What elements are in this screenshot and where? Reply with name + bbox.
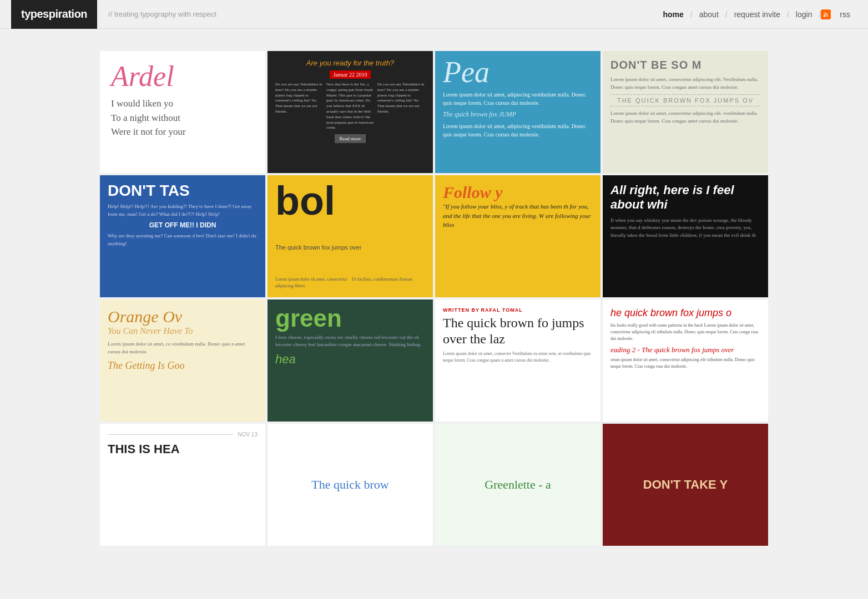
green-footer: hea [275,352,425,367]
nov-date: NOV 13 [238,432,258,438]
quickfox-title: he quick brown fox jumps o [610,307,760,319]
peace-title: Pea [443,59,593,86]
header: typespiration // treating typography wit… [0,0,868,29]
dontbeso-body: Lorem ipsum dolor sit amet, consectetur … [610,76,760,91]
orange-body: Lorem ipsum dolor sit amet, co vestibulu… [108,341,258,356]
peace-body: Lorem ipsum dolor sit amet, adipiscing v… [443,90,593,107]
mag-col3: Do you see any Teletubbies in here? Do y… [377,82,425,131]
mag-col2: Now that there is the Tec, a crappy spri… [326,82,374,131]
card-greenlette[interactable]: Greenlette - a [435,424,600,546]
quickfox-body: his looks really good with some patterns… [610,322,760,342]
greenlette-text: Greenlette - a [485,478,551,492]
allright-title: All right, here is I feel about whi [610,183,760,212]
nav-request-invite[interactable]: request invite [728,10,787,19]
nov-title: THIS IS HEA [108,442,258,456]
card-quickbrow[interactable]: The quick brow [268,424,433,546]
green-body: I love cheese, especially swiss roc smel… [275,334,425,349]
follow-title: Follow y [443,183,593,202]
nav-home[interactable]: home [657,10,690,19]
card-orange[interactable]: Orange Ov You Can Never Have To Lorem ip… [100,300,265,422]
dontbeso-body2: Lorem ipsum dolor sit amet, consectetur … [610,110,760,125]
card-peace[interactable]: Pea Lorem ipsum dolor sit amet, adipisci… [435,51,600,173]
bold-body: Lorem ipsum dolor sit amet, consectetur … [275,276,425,290]
nav: home / about / request invite / login / … [657,9,857,19]
nov-line-left [108,434,233,435]
bold-word: bol [275,183,425,219]
tagline: // treating typography with respect [108,10,656,18]
rafal-body: Lorem ipsum dolor sit amet, consectet Ve… [443,351,593,364]
nov-date-line: NOV 13 [108,432,258,438]
nav-rss[interactable]: rss [833,10,857,19]
ardelia-big-text: Ardel [111,62,174,91]
card-magazine[interactable]: Are you ready for the truth? Januar 22 2… [268,51,433,173]
card-follow[interactable]: Follow y "If you follow your bliss, y of… [435,175,600,297]
poem-line2: To a night without [111,111,186,125]
poem-line1: I would liken yo [111,97,186,111]
card-allright[interactable]: All right, here is I feel about whi If w… [603,175,768,297]
card-ardelia[interactable]: Ardel I would liken yo To a night withou… [100,51,265,173]
quickbrow-text: The quick brow [311,478,388,492]
bold-col2: Ut facilisis, condimentum Aenean [352,276,425,290]
follow-quote: "If you follow your bliss, y of track th… [443,202,593,230]
rafal-sub: written by RAFAL TOMAL [443,307,593,313]
donttakey-text: DON'T TAKE Y [643,478,728,492]
nav-login[interactable]: login [789,10,819,19]
orange-title: Orange Ov [108,307,258,326]
bold-col1: Lorem ipsum dolor sit amet, consectetur … [275,276,349,290]
card-bold[interactable]: bol The quick brown fox jumps over Lorem… [268,175,433,297]
orange-footer: The Getting Is Goo [108,360,258,372]
rafal-title: The quick brown fo jumps over the laz [443,315,593,347]
allright-body: If when you say whiskey you mean the dev… [610,217,760,240]
magazine-read-more[interactable]: Read more [335,134,365,143]
poem-line3: Were it not for your [111,125,186,139]
card-green[interactable]: green I love cheese, especially swiss ro… [268,300,433,422]
magazine-columns: Do you see any Teletubbies in here? Do y… [275,82,425,131]
card-donttaste[interactable]: DON'T TAS Help! Help!! Help!!! Are you k… [100,175,265,297]
rafal-author: RAFAL TOMAL [481,307,523,313]
rss-icon [821,9,831,19]
green-title: green [275,307,425,329]
donttaste-body2: Why are they arresting me? Can someone d… [108,232,258,247]
quickfox-heading2: eading 2 - The quick brown fox jumps ove… [610,346,760,354]
mag-col1: Do you see any Teletubbies in here? Do y… [275,82,323,131]
ardelia-poem: I would liken yo To a night without Were… [111,97,186,139]
peace-sub: The quick brown fox JUMP [443,110,593,119]
card-quickfox[interactable]: he quick brown fox jumps o his looks rea… [603,300,768,422]
donttaste-body: Help! Help!! Help!!! Are you kidding?! T… [108,203,258,218]
orange-subtitle: You Can Never Have To [108,326,258,336]
donttaste-title: DON'T TAS [108,183,258,199]
main-content: Ardel I would liken yo To a night withou… [0,29,868,568]
quickfox-body2: orum ipsum dolor sit amet, consectetur a… [610,357,760,370]
card-rafal[interactable]: written by RAFAL TOMAL The quick brown f… [435,300,600,422]
dontbeso-mid: THE QUICK BROWN FOX JUMPS OV [610,94,760,106]
card-nov[interactable]: NOV 13 THIS IS HEA [100,424,265,546]
rafal-written-by: written by [443,307,480,313]
logo-text: typespiration [21,8,87,21]
magazine-title: Are you ready for the truth? [275,59,425,67]
card-donttakey[interactable]: DON'T TAKE Y [603,424,768,546]
donttaste-cta: GET OFF ME!! I DIDN [108,221,258,229]
card-dontbeso[interactable]: DON'T BE SO M Lorem ipsum dolor sit amet… [603,51,768,173]
svg-point-0 [824,15,825,17]
card-grid: Ardel I would liken yo To a night withou… [100,51,768,546]
dontbeso-title: DON'T BE SO M [610,59,760,72]
peace-body2: Lorem ipsum dolor sit amet, adipiscing v… [443,122,593,139]
nav-about[interactable]: about [693,10,725,19]
magazine-date: Januar 22 2010 [330,70,370,79]
logo[interactable]: typespiration [11,0,97,29]
bold-sub: The quick brown fox jumps over [275,244,425,251]
